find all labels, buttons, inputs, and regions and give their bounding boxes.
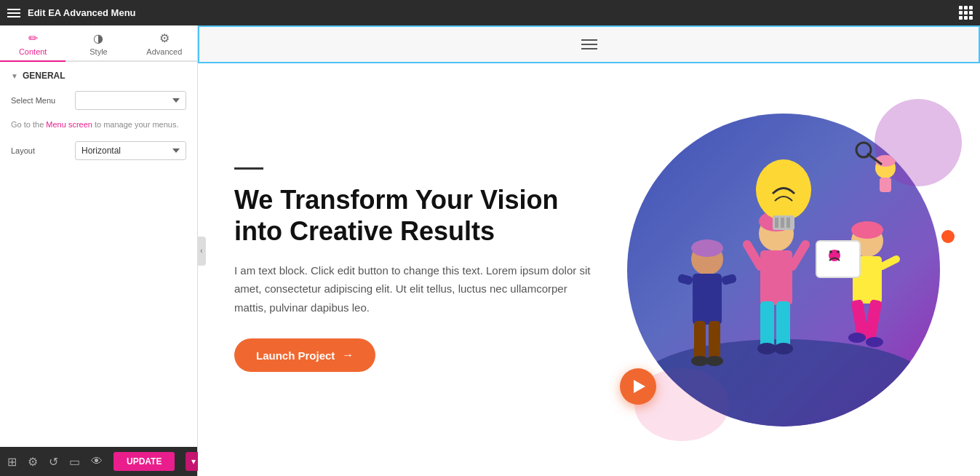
svg-point-2	[691, 239, 723, 257]
hero-illustration	[627, 114, 940, 427]
svg-rect-9	[721, 273, 737, 285]
select-menu-dropdown[interactable]	[75, 91, 186, 110]
hero-svg-illustration	[627, 114, 940, 427]
menu-screen-link[interactable]: Menu screen	[46, 120, 92, 129]
svg-line-32	[882, 259, 896, 266]
panel-content: ▼ General Select Menu Go to the Menu scr…	[0, 62, 197, 447]
hero-section: We Transform Your Vision into Creative R…	[198, 63, 980, 476]
hero-text-block: We Transform Your Vision into Creative R…	[234, 167, 598, 373]
responsive-icon[interactable]: ▭	[69, 455, 80, 469]
svg-rect-12	[760, 250, 792, 305]
select-menu-label: Select Menu	[11, 96, 69, 105]
main-layout: ✏ Content ◑ Style ⚙ Advanced ▼ General S…	[0, 25, 980, 476]
layout-dropdown[interactable]: Horizontal Vertical Dropdown	[75, 141, 186, 160]
style-icon: ◑	[93, 31, 103, 45]
svg-rect-5	[709, 321, 720, 361]
hero-body: I am text block. Click edit button to ch…	[234, 261, 598, 317]
layers-icon[interactable]: ⊞	[7, 455, 17, 469]
help-text: Go to the Menu screen to manage your men…	[11, 119, 186, 131]
history-icon[interactable]: ↺	[49, 455, 58, 469]
select-menu-row: Select Menu	[11, 91, 186, 110]
svg-rect-13	[760, 301, 774, 349]
svg-rect-4	[694, 321, 706, 361]
tab-content-label: Content	[19, 47, 47, 56]
launch-project-button[interactable]: Launch Project →	[234, 338, 375, 372]
tab-advanced-label: Advanced	[146, 47, 182, 56]
general-section-header: ▼ General	[11, 71, 186, 81]
svg-point-19	[756, 159, 811, 221]
panel-tabs: ✏ Content ◑ Style ⚙ Advanced	[0, 25, 197, 62]
svg-rect-14	[776, 301, 790, 349]
deco-circle-orange	[941, 230, 955, 243]
update-button[interactable]: UPDATE	[113, 452, 175, 471]
chevron-down-icon: ▼	[11, 72, 18, 80]
top-bar: Edit EA Advanced Menu	[0, 0, 980, 25]
menu-hamburger-preview	[581, 39, 597, 49]
left-panel: ✏ Content ◑ Style ⚙ Advanced ▼ General S…	[0, 25, 198, 476]
page-title: Edit EA Advanced Menu	[28, 7, 952, 18]
grid-apps-icon[interactable]	[959, 6, 973, 20]
svg-rect-28	[864, 299, 882, 341]
select-menu-control	[75, 91, 186, 110]
tab-content[interactable]: ✏ Content	[0, 25, 65, 62]
svg-point-36	[829, 250, 832, 253]
section-title: General	[23, 71, 65, 81]
arrow-right-icon: →	[342, 349, 354, 362]
hero-divider	[234, 167, 263, 170]
svg-point-41	[856, 143, 871, 157]
layout-control: Horizontal Vertical Dropdown	[75, 141, 186, 160]
svg-point-30	[866, 337, 883, 347]
hero-title: We Transform Your Vision into Creative R…	[234, 184, 598, 247]
tab-style[interactable]: ◑ Style	[65, 25, 131, 62]
svg-point-35	[837, 250, 840, 253]
help-text-suffix: to manage your menus.	[92, 120, 179, 129]
right-content: We Transform Your Vision into Creative R…	[198, 25, 980, 476]
preview-icon[interactable]: 👁	[91, 455, 103, 468]
svg-line-17	[747, 245, 760, 266]
svg-point-29	[848, 333, 866, 343]
svg-line-18	[792, 245, 805, 266]
svg-point-15	[757, 343, 776, 354]
menu-bar-preview	[198, 25, 980, 63]
hamburger-menu-icon[interactable]	[7, 9, 20, 17]
svg-rect-21	[775, 218, 778, 228]
advanced-icon: ⚙	[159, 31, 170, 45]
tab-style-label: Style	[89, 47, 107, 56]
svg-point-25	[851, 221, 883, 239]
layout-label: Layout	[11, 146, 69, 155]
svg-rect-22	[781, 218, 784, 228]
play-button[interactable]	[620, 368, 656, 405]
layout-row: Layout Horizontal Vertical Dropdown	[11, 141, 186, 160]
svg-rect-3	[693, 274, 722, 325]
svg-point-7	[706, 356, 723, 366]
svg-point-16	[774, 343, 793, 354]
tab-advanced[interactable]: ⚙ Advanced	[132, 25, 197, 62]
svg-rect-8	[677, 273, 693, 285]
settings-icon[interactable]: ⚙	[28, 455, 38, 469]
bottom-bar: ⊞ ⚙ ↺ ▭ 👁 UPDATE ▾	[0, 447, 197, 476]
svg-rect-23	[786, 218, 790, 228]
help-text-prefix: Go to the	[11, 120, 46, 129]
content-icon: ✏	[28, 31, 38, 45]
collapse-panel-handle[interactable]: ‹	[197, 237, 206, 266]
launch-project-label: Launch Project	[256, 349, 335, 362]
svg-rect-39	[880, 178, 891, 192]
